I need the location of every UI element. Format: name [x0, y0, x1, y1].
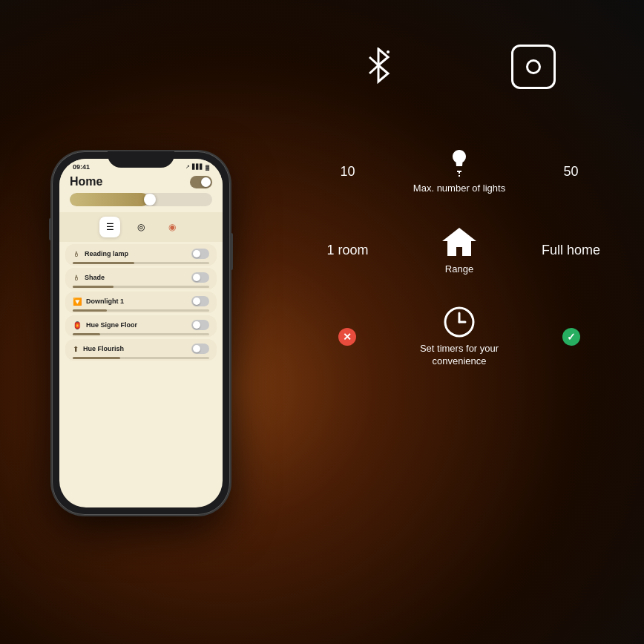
tab-list[interactable]: ☰ — [99, 217, 120, 237]
bulb-icon: 🕯 — [73, 250, 80, 258]
light-row: 🕯 Shade — [73, 272, 209, 283]
light-name: Hue Flourish — [83, 345, 124, 352]
timers-center: Set timers for your convenience — [398, 306, 520, 368]
list-icon: ☰ — [106, 222, 114, 232]
check-icon: ✓ — [562, 328, 580, 346]
list-item: ⬆ Hue Flourish — [65, 339, 217, 361]
tab-scenes[interactable]: ◎ — [131, 217, 151, 237]
range-right: Full home — [520, 243, 622, 258]
max-lights-row: 10 Max. number of lights 50 — [289, 148, 629, 195]
house-icon — [441, 225, 478, 259]
max-lights-left: 10 — [297, 164, 398, 180]
light-name: Hue Signe Floor — [86, 321, 137, 329]
light-toggle[interactable] — [191, 296, 209, 306]
light-bulb-icon — [450, 148, 468, 178]
floor-lamp-icon: 🏮 — [73, 321, 82, 329]
timer-icon — [443, 306, 476, 338]
light-name: Downlight 1 — [86, 298, 124, 305]
main-content: 09:41 ↗ ▋▋▋ ▓ Home — [0, 0, 644, 644]
app-tabs: ☰ ◎ ◉ — [59, 212, 223, 242]
slider-fill — [70, 193, 148, 206]
light-left: 🕯 Shade — [73, 274, 105, 282]
cross-icon: ✕ — [338, 328, 356, 346]
svg-marker-1 — [378, 65, 388, 82]
bluetooth-icon — [363, 47, 394, 86]
light-slider[interactable] — [73, 286, 209, 288]
info-section: 10 Max. number of lights 50 1 room Ran — [282, 0, 644, 644]
svg-point-4 — [387, 50, 390, 53]
bridge-feature — [511, 45, 556, 89]
brightness-slider[interactable] — [70, 193, 212, 206]
top-icons-row — [289, 45, 629, 89]
max-lights-left-value: 10 — [340, 164, 355, 180]
light-slider-fill — [73, 333, 100, 335]
light-slider-fill — [73, 309, 107, 312]
svg-line-2 — [369, 57, 378, 65]
timers-right: ✓ — [520, 328, 622, 346]
light-toggle[interactable] — [191, 344, 209, 354]
status-time: 09:41 — [73, 163, 90, 171]
light-row: 🕯 Reading lamp — [73, 249, 209, 259]
palette-icon: ◎ — [137, 222, 145, 232]
bluetooth-feature — [363, 47, 394, 86]
list-item: 🕯 Reading lamp — [65, 244, 217, 266]
range-right-value: Full home — [542, 243, 600, 258]
light-toggle[interactable] — [191, 249, 209, 259]
svg-marker-0 — [378, 49, 388, 65]
light-left: 🔽 Downlight 1 — [73, 298, 124, 306]
light-left: 🕯 Reading lamp — [73, 250, 128, 258]
light-slider-fill — [73, 357, 120, 359]
max-lights-right: 50 — [520, 164, 622, 180]
range-label: Range — [445, 263, 473, 276]
light-slider[interactable] — [73, 333, 209, 335]
light-list: 🕯 Reading lamp 🕯 — [59, 242, 223, 363]
wifi-icon: ▋▋▋ — [192, 164, 203, 170]
phone-notch — [108, 151, 174, 168]
phone-screen: 09:41 ↗ ▋▋▋ ▓ Home — [59, 159, 223, 507]
light-left: 🏮 Hue Signe Floor — [73, 321, 137, 329]
light-slider[interactable] — [73, 262, 209, 264]
status-icons: ↗ ▋▋▋ ▓ — [185, 164, 209, 170]
range-left-value: 1 room — [326, 243, 368, 258]
list-item: 🕯 Shade — [65, 268, 217, 289]
list-item: 🏮 Hue Signe Floor — [65, 315, 217, 337]
max-lights-center: Max. number of lights — [398, 148, 520, 195]
brightness-bar — [59, 193, 223, 212]
ceiling-icon: ⬆ — [73, 345, 79, 353]
light-row: 🔽 Downlight 1 — [73, 296, 209, 306]
light-toggle[interactable] — [191, 320, 209, 330]
timers-left: ✕ — [297, 328, 398, 346]
phone-device: 09:41 ↗ ▋▋▋ ▓ Home — [52, 151, 230, 515]
bulb-icon: 🕯 — [73, 274, 80, 282]
list-item: 🔽 Downlight 1 — [65, 292, 217, 313]
light-slider[interactable] — [73, 309, 209, 312]
light-row: 🏮 Hue Signe Floor — [73, 320, 209, 330]
light-toggle[interactable] — [191, 272, 209, 283]
color-icon: ◉ — [168, 222, 176, 232]
tab-color[interactable]: ◉ — [162, 217, 183, 237]
light-slider-fill — [73, 262, 134, 264]
max-lights-right-value: 50 — [564, 164, 579, 180]
light-slider[interactable] — [73, 357, 209, 359]
range-row: 1 room Range Full home — [289, 225, 629, 276]
timers-row: ✕ Set timers for your convenience ✓ — [289, 306, 629, 368]
light-name: Shade — [85, 274, 105, 281]
light-left: ⬆ Hue Flourish — [73, 345, 124, 353]
location-icon: ↗ — [185, 164, 190, 170]
bridge-inner — [526, 59, 541, 74]
home-title: Home — [70, 175, 102, 188]
range-left: 1 room — [297, 243, 398, 258]
light-name: Reading lamp — [85, 250, 128, 257]
slider-thumb — [144, 194, 156, 206]
phone-section: 09:41 ↗ ▋▋▋ ▓ Home — [0, 0, 282, 644]
home-toggle[interactable] — [190, 176, 212, 188]
svg-line-3 — [369, 65, 378, 73]
battery-icon: ▓ — [206, 165, 209, 170]
max-lights-label: Max. number of lights — [413, 183, 505, 195]
downlight-icon: 🔽 — [73, 298, 82, 306]
timers-label: Set timers for your convenience — [398, 343, 520, 368]
range-center: Range — [398, 225, 520, 276]
home-header: Home — [59, 172, 223, 193]
light-row: ⬆ Hue Flourish — [73, 344, 209, 354]
bridge-icon — [511, 45, 556, 89]
